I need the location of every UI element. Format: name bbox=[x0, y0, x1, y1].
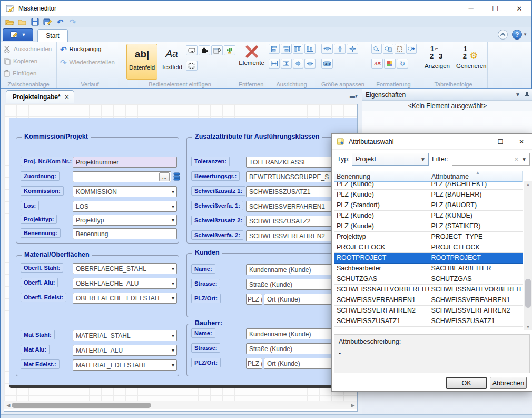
table-row[interactable]: PROJECTLOCKPROJECTLOCK bbox=[334, 242, 523, 253]
help-button[interactable]: ? bbox=[512, 30, 522, 40]
schweissverfahren2-field[interactable]: SCHWEISSVERFAHREN2 bbox=[246, 230, 336, 241]
minimize-icon[interactable]: ─ bbox=[469, 134, 490, 150]
pin-icon[interactable] bbox=[525, 92, 529, 98]
frame-control-button[interactable] bbox=[186, 61, 198, 71]
tab-projekteingabe[interactable]: Projekteingabe* ✕ bbox=[6, 90, 74, 103]
bauherr-plz-field[interactable]: PLZ (K bbox=[246, 358, 262, 369]
table-row[interactable]: PLZ (Kunde)PLZ (KUNDE) bbox=[334, 211, 523, 221]
table-row[interactable]: PLZ (Kunde)PLZ (STATIKER) bbox=[334, 221, 523, 232]
table-row[interactable]: SCHWEISSZUSATZ1SCHWEISSZUSATZ1 bbox=[334, 316, 523, 327]
table-row[interactable]: ProjekttypPROJECT_TYPE bbox=[334, 232, 523, 242]
undo-button[interactable]: ↶ Rückgängig bbox=[60, 44, 121, 54]
center-horizontal-button[interactable] bbox=[293, 59, 304, 69]
toleranzen-field[interactable]: TOLERANZKLASSE bbox=[246, 157, 336, 168]
table-row[interactable]: PLZ (Kunde)PLZ (ARCHITEKT) bbox=[334, 182, 523, 190]
redo-button[interactable]: ↷ Wiederherstellen bbox=[60, 57, 121, 67]
los-combo[interactable]: LOS bbox=[73, 201, 177, 212]
taborder-show-button[interactable]: 1 2 3 ⌐ Anzeigen bbox=[422, 44, 452, 80]
kunde-strasse-field[interactable]: Straße (Kunde) bbox=[246, 279, 333, 290]
font-format-button[interactable]: AB bbox=[371, 59, 383, 69]
bauherr-ort-field[interactable]: Ort (Kunde) bbox=[264, 358, 333, 369]
dialog-title-bar[interactable]: Attributauswahl ─ ☐ ✕ bbox=[332, 134, 532, 150]
ok-button[interactable]: OK bbox=[446, 377, 487, 389]
align-right-button[interactable] bbox=[281, 44, 292, 54]
table-row[interactable]: SCHWEISSNAHTVORBEREITUNGSCHWEISSNAHTVORB… bbox=[334, 285, 523, 295]
database-icon[interactable] bbox=[173, 172, 180, 182]
textfield-button[interactable]: Aa Textfeld bbox=[159, 44, 184, 80]
zuordnung-field[interactable] bbox=[73, 171, 171, 182]
size-to-content-button[interactable]: AB bbox=[321, 59, 333, 69]
minimize-icon[interactable]: ─ bbox=[459, 1, 483, 16]
schweissverfahren1-field[interactable]: SCHWEISSVERFAHREN1 bbox=[246, 201, 336, 212]
column-header-benennung[interactable]: Benennung bbox=[334, 171, 429, 181]
paste-button[interactable]: Einfügen bbox=[4, 68, 54, 79]
oberflaeche-alu-combo[interactable]: OBERFLAECHE_ALU bbox=[73, 278, 177, 289]
table-row[interactable]: PLZ (Kunde)PLZ (BAUHERR) bbox=[334, 190, 523, 200]
taborder-generate-button[interactable]: 1 2 ⚙ Generieren bbox=[454, 44, 489, 80]
center-vertical-button[interactable] bbox=[304, 59, 316, 69]
table-row-selected[interactable]: ROOTPROJECTROOTPROJECT bbox=[334, 253, 523, 264]
table-row[interactable]: SCHUTZGASSCHUTZGAS bbox=[334, 274, 523, 285]
datafield-button[interactable]: ab| Datenfeld bbox=[126, 44, 157, 80]
clear-format-button[interactable] bbox=[395, 44, 405, 54]
kommission-combo[interactable]: KOMMISSION bbox=[73, 186, 177, 197]
scroll-left-icon[interactable]: ◀ bbox=[5, 402, 12, 409]
plugin-control-button[interactable] bbox=[199, 45, 210, 55]
scroll-up-icon[interactable]: ▲ bbox=[524, 181, 532, 188]
table-row[interactable]: SachbearbeiterSACHBEARBEITER bbox=[334, 264, 523, 274]
projektnummer-field[interactable]: Projektnummer bbox=[73, 157, 177, 168]
copy-format-button[interactable] bbox=[371, 44, 382, 54]
align-top-button[interactable] bbox=[293, 44, 304, 54]
groupbox-bauherr[interactable]: Bauherr: Name: Kundenname (Kunde) Strass… bbox=[186, 324, 339, 376]
bauherr-strasse-field[interactable]: Straße (Kunde) bbox=[246, 343, 333, 354]
image-control-button[interactable] bbox=[224, 45, 235, 55]
new-folder-icon[interactable] bbox=[17, 17, 27, 26]
same-width-button[interactable] bbox=[321, 44, 333, 54]
form-panel[interactable]: Kommission/Projekt Proj. Nr./Kom Nr.: Pr… bbox=[9, 118, 357, 388]
maximize-icon[interactable]: ☐ bbox=[490, 134, 511, 150]
column-header-attributname[interactable]: ▲ Attributname bbox=[429, 171, 522, 181]
save-icon[interactable] bbox=[30, 17, 40, 26]
maximize-icon[interactable]: ☐ bbox=[483, 1, 507, 16]
chevron-down-icon[interactable]: ▼ bbox=[515, 92, 520, 98]
scrollbar-thumb[interactable] bbox=[12, 403, 151, 408]
kunde-ort-field[interactable]: Ort (Kunde) bbox=[264, 294, 333, 305]
align-left-button[interactable] bbox=[269, 44, 280, 54]
table-row[interactable]: SCHWEISSVERFAHREN2SCHWEISSVERFAHREN2 bbox=[334, 306, 523, 316]
material-stahl-combo[interactable]: MATERIAL_STAHL bbox=[73, 330, 177, 341]
remove-elements-button[interactable]: Elemente bbox=[240, 44, 263, 67]
clear-filter-icon[interactable]: ✕ bbox=[514, 156, 519, 163]
oberflaeche-edelstahl-combo[interactable]: OBERFLAECHE_EDELSTAH bbox=[73, 293, 177, 304]
projekttyp-combo[interactable]: Projekttyp bbox=[73, 215, 177, 226]
collapse-ribbon-button[interactable] bbox=[498, 30, 508, 40]
space-vertical-button[interactable] bbox=[281, 59, 292, 69]
color-format-button[interactable] bbox=[384, 59, 396, 69]
table-row[interactable]: PLZ (Standort)PLZ (BAUORT) bbox=[334, 200, 523, 211]
same-size-button[interactable] bbox=[347, 44, 358, 54]
bauherr-name-field[interactable]: Kundenname (Kunde) bbox=[246, 328, 333, 339]
app-menu-button[interactable]: ▼ bbox=[3, 28, 33, 41]
open-folder-icon[interactable] bbox=[5, 17, 14, 26]
copy-button[interactable]: Kopieren bbox=[4, 56, 54, 66]
kunde-plz-field[interactable]: PLZ (K bbox=[246, 294, 262, 305]
tab-list-icon[interactable]: ▬▾ bbox=[350, 93, 358, 99]
properties-header[interactable]: Eigenschaften ▼ bbox=[362, 89, 532, 101]
combobox-control-button[interactable] bbox=[186, 45, 198, 55]
benennung-field[interactable]: Benennung bbox=[73, 228, 177, 239]
undo-icon[interactable]: ↶ bbox=[55, 17, 65, 26]
space-horizontal-button[interactable] bbox=[269, 59, 280, 69]
design-grid[interactable]: Kommission/Projekt Proj. Nr./Kom Nr.: Pr… bbox=[4, 104, 357, 401]
schweisszusatz1-field[interactable]: SCHWEISSZUSATZ1 bbox=[246, 186, 336, 197]
kunde-name-field[interactable]: Kundenname (Kunde) bbox=[246, 264, 333, 275]
material-alu-combo[interactable]: MATERIAL_ALU bbox=[73, 345, 177, 356]
groupbox-kunden[interactable]: Kunden Name: Kundenname (Kunde) Strasse:… bbox=[186, 253, 339, 317]
form-lookup-button[interactable] bbox=[211, 45, 223, 55]
close-icon[interactable]: ✕ bbox=[507, 1, 531, 16]
table-row[interactable]: SCHWEISSVERFAHREN1SCHWEISSVERFAHREN1 bbox=[334, 295, 523, 306]
groupbox-material-oberflaechen[interactable]: Material/Oberflächen Oberfl. Stahl: OBER… bbox=[16, 255, 179, 376]
close-icon[interactable]: ✕ bbox=[511, 134, 532, 150]
save-as-icon[interactable] bbox=[43, 17, 52, 26]
material-edelstahl-combo[interactable]: MATERIAL_EDELSTAHL bbox=[73, 359, 177, 371]
redo-icon[interactable]: ↷ bbox=[68, 17, 77, 26]
cut-button[interactable]: Ausschneiden bbox=[4, 44, 54, 54]
